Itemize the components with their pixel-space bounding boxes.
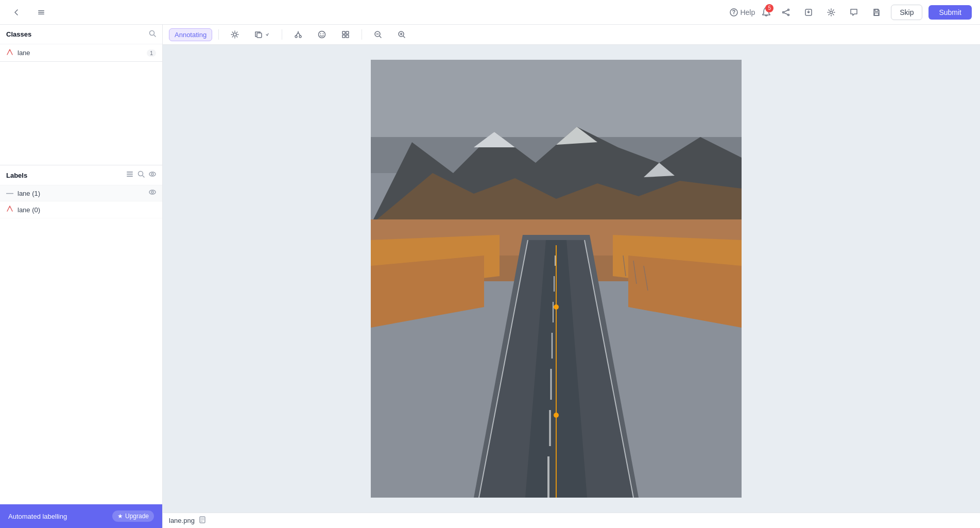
automated-labelling-bar[interactable]: Automated labelling ★ Upgrade <box>0 504 162 528</box>
svg-rect-37 <box>342 35 345 38</box>
svg-rect-15 <box>127 176 133 177</box>
svg-point-21 <box>9 207 10 208</box>
zoom-in-tool[interactable] <box>392 28 411 41</box>
zoom-out-tool[interactable] <box>368 28 388 41</box>
annotating-label: Annotating <box>175 31 207 39</box>
label-item-more-icon[interactable] <box>149 205 156 214</box>
road-image <box>371 60 742 498</box>
svg-point-4 <box>788 9 789 10</box>
lane-group-visibility-icon[interactable] <box>149 189 156 198</box>
annotating-button[interactable]: Annotating <box>169 28 212 41</box>
svg-point-25 <box>152 206 153 207</box>
help-button[interactable]: Help <box>730 8 755 16</box>
canvas-area[interactable] <box>163 45 949 513</box>
download-button[interactable] <box>800 4 817 21</box>
settings-button[interactable] <box>823 4 839 21</box>
svg-point-23 <box>139 207 145 211</box>
lane-label-icon <box>6 205 13 214</box>
filename-label: lane.png <box>169 517 195 524</box>
svg-rect-13 <box>127 172 133 173</box>
toolbar-sep-2 <box>282 29 282 40</box>
svg-point-17 <box>149 172 156 176</box>
notification-button[interactable]: 5 <box>761 6 771 19</box>
toolbar-sep-1 <box>218 29 219 40</box>
upgrade-label: Upgrade <box>125 513 149 520</box>
back-button[interactable] <box>8 4 25 21</box>
automated-label: Automated labelling <box>8 513 67 520</box>
svg-point-32 <box>319 31 325 38</box>
svg-point-5 <box>783 11 784 13</box>
svg-rect-43 <box>371 60 742 137</box>
file-icon <box>199 516 206 525</box>
svg-rect-36 <box>346 31 349 34</box>
labels-title: Labels <box>6 172 27 179</box>
lane-group-name: lane (1) <box>18 190 40 197</box>
svg-rect-29 <box>257 33 262 38</box>
svg-rect-10 <box>874 13 879 15</box>
svg-rect-9 <box>875 9 878 11</box>
svg-rect-2 <box>38 13 44 14</box>
svg-point-6 <box>788 14 789 15</box>
svg-point-20 <box>151 191 153 193</box>
svg-rect-22 <box>129 206 134 211</box>
svg-point-11 <box>150 31 154 36</box>
help-label: Help <box>740 8 755 16</box>
star-icon: ★ <box>117 513 123 520</box>
labels-section-header: Labels <box>0 165 162 185</box>
labels-visibility-icon[interactable] <box>149 171 156 180</box>
svg-point-12 <box>9 50 10 51</box>
labels-search-icon[interactable] <box>137 171 145 180</box>
sun-tool[interactable] <box>225 28 245 41</box>
svg-point-69 <box>554 413 559 418</box>
svg-point-34 <box>323 33 324 35</box>
classes-title: Classes <box>6 30 31 38</box>
lane-label-item[interactable]: lane (0) <box>0 201 162 218</box>
svg-point-33 <box>320 33 321 35</box>
emoji-tool[interactable] <box>312 28 332 41</box>
toolbar-sep-3 <box>362 29 362 40</box>
svg-point-16 <box>139 172 143 176</box>
comment-button[interactable] <box>846 4 862 21</box>
label-item-eye-icon[interactable] <box>139 205 146 214</box>
svg-rect-35 <box>342 31 345 34</box>
lane-class-name: lane <box>18 49 30 57</box>
classes-search-icon[interactable] <box>149 30 156 39</box>
label-item-crop-icon[interactable] <box>128 205 135 214</box>
svg-point-26 <box>152 208 153 209</box>
svg-point-19 <box>149 190 156 194</box>
submit-button[interactable]: Submit <box>929 5 972 20</box>
svg-point-8 <box>830 11 833 13</box>
save-button[interactable] <box>868 4 885 21</box>
svg-point-24 <box>141 208 143 210</box>
svg-point-68 <box>554 304 559 310</box>
svg-rect-38 <box>346 35 349 38</box>
cut-tool[interactable] <box>288 28 308 41</box>
labels-list-icon[interactable] <box>126 171 133 180</box>
svg-point-18 <box>151 173 153 175</box>
share-button[interactable] <box>778 4 794 21</box>
status-bar: lane.png <box>163 513 980 528</box>
annotation-toolbar: Annotating <box>163 25 980 45</box>
classes-section-header: Classes <box>0 25 162 44</box>
lane-label-name: lane (0) <box>18 206 40 214</box>
svg-rect-1 <box>38 12 44 13</box>
svg-rect-0 <box>38 10 44 11</box>
lane-class-icon <box>6 48 13 57</box>
skip-button[interactable]: Skip <box>891 5 922 20</box>
upgrade-button[interactable]: ★ Upgrade <box>112 510 154 522</box>
svg-point-28 <box>233 33 236 36</box>
menu-button[interactable] <box>33 4 49 21</box>
lane-class-item[interactable]: lane 1 <box>0 44 162 61</box>
copy-tool[interactable] <box>249 28 276 41</box>
grid-tool[interactable] <box>336 28 355 41</box>
lane-group-header: — lane (1) <box>0 185 162 201</box>
notification-badge: 5 <box>765 4 773 12</box>
svg-point-27 <box>152 210 153 211</box>
lane-class-count: 1 <box>147 49 156 57</box>
svg-rect-14 <box>127 174 133 175</box>
right-sidebar <box>949 45 980 513</box>
